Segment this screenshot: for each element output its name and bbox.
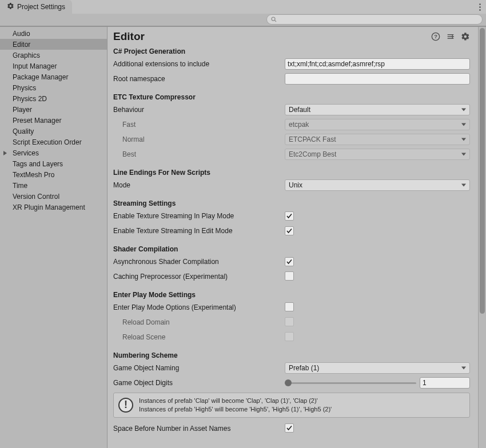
label-space-before-num: Space Before Number in Asset Names [113,425,285,433]
info-icon: ! [118,398,133,413]
input-additional-ext[interactable] [285,58,470,70]
svg-point-2 [479,9,481,11]
sidebar-item-tags-and-layers[interactable]: Tags and Layers [0,158,107,169]
window-menu-button[interactable] [473,0,486,14]
label-reload-scene: Reload Scene [113,333,285,341]
scrollbar[interactable] [478,27,486,448]
sidebar-item-editor[interactable]: Editor [0,39,107,50]
input-root-ns[interactable] [285,73,470,85]
search-input[interactable] [266,14,483,25]
label-go-naming: Game Object Naming [113,364,285,372]
checkbox-stream-edit[interactable] [285,226,294,235]
checkbox-stream-play[interactable] [285,211,294,221]
sidebar-item-label: Physics 2D [13,95,47,103]
sidebar-item-audio[interactable]: Audio [0,28,107,39]
input-go-digits[interactable] [420,377,470,389]
gear-icon [7,2,14,11]
sidebar-item-label: Editor [13,41,30,49]
section-line-endings: Line Endings For New Scripts [113,169,470,177]
sidebar-item-physics[interactable]: Physics [0,82,107,93]
sidebar-item-input-manager[interactable]: Input Manager [0,61,107,71]
info-box: ! Instances of prefab 'Clap' will become… [113,393,470,418]
chevron-right-icon [3,151,7,155]
kebab-icon [479,3,481,11]
content-panel: Editor ? C# Project Generation Additiona… [107,27,478,448]
svg-point-1 [479,6,481,8]
preset-icon[interactable] [446,32,455,41]
window-tab[interactable]: Project Settings [0,0,72,14]
scrollbar-thumb[interactable] [480,28,485,314]
svg-line-4 [274,20,276,22]
sidebar-item-physics-2d[interactable]: Physics 2D [0,93,107,104]
chevron-down-icon [461,109,466,111]
chevron-down-icon [461,138,466,141]
sidebar-item-quality[interactable]: Quality [0,126,107,137]
sidebar-item-label: Package Manager [13,73,68,81]
sidebar-item-label: Quality [13,127,34,135]
sidebar-item-label: Script Execution Order [13,138,82,146]
select-mode[interactable]: Unix [285,179,470,191]
section-streaming: Streaming Settings [113,199,470,207]
info-line-1: Instances of prefab 'Clap' will become '… [139,397,332,405]
sidebar-item-label: Tags and Layers [13,160,63,168]
label-etc-normal: Normal [113,135,285,143]
window-title: Project Settings [17,3,65,11]
section-play-mode: Enter Play Mode Settings [113,291,470,299]
label-mode: Mode [113,181,285,189]
slider-go-digits[interactable] [285,379,416,387]
label-behaviour: Behaviour [113,106,285,114]
toolbar [0,14,486,26]
chevron-down-icon [461,153,466,156]
titlebar: Project Settings [0,0,486,14]
label-etc-fast: Fast [113,121,285,129]
label-go-digits: Game Object Digits [113,379,285,387]
checkbox-space-before-num[interactable] [285,423,294,433]
sidebar-item-preset-manager[interactable]: Preset Manager [0,115,107,126]
label-reload-domain: Reload Domain [113,318,285,326]
page-title: Editor [113,30,431,43]
checkbox-reload-domain [285,317,294,326]
sidebar-item-label: XR Plugin Management [13,203,85,211]
label-additional-ext: Additional extensions to include [113,60,285,68]
sidebar-item-version-control[interactable]: Version Control [0,191,107,202]
select-etc-normal: ETCPACK Fast [285,134,470,145]
section-etc: ETC Texture Compressor [113,93,470,101]
sidebar-item-label: Version Control [13,193,59,201]
section-numbering: Numbering Scheme [113,351,470,359]
search-icon [270,16,277,23]
sidebar-item-textmesh-pro[interactable]: TextMesh Pro [0,169,107,180]
chevron-down-icon [461,123,466,126]
chevron-down-icon [461,184,466,187]
sidebar-item-label: Audio [13,30,30,38]
sidebar-item-label: Physics [13,84,36,92]
sidebar-item-xr-plugin-management[interactable]: XR Plugin Management [0,202,107,213]
sidebar-item-script-execution-order[interactable]: Script Execution Order [0,137,107,147]
label-async-shader: Asynchronous Shader Compilation [113,258,285,266]
sidebar-item-services[interactable]: Services [0,147,107,158]
help-icon[interactable]: ? [431,32,440,41]
svg-point-0 [479,3,481,5]
select-go-naming[interactable]: Prefab (1) [285,362,470,374]
checkbox-async-shader[interactable] [285,257,294,266]
sidebar-item-package-manager[interactable]: Package Manager [0,71,107,82]
label-stream-edit: Enable Texture Streaming In Edit Mode [113,227,285,235]
sidebar-item-graphics[interactable]: Graphics [0,50,107,61]
sidebar-item-time[interactable]: Time [0,180,107,191]
label-caching-preproc: Caching Preprocessor (Experimental) [113,273,285,281]
checkbox-play-options[interactable] [285,302,294,311]
settings-gear-icon[interactable] [461,32,470,41]
sidebar-item-label: Graphics [13,51,40,59]
sidebar-item-label: Player [13,106,32,114]
sidebar: AudioEditorGraphicsInput ManagerPackage … [0,27,107,448]
sidebar-item-player[interactable]: Player [0,104,107,115]
label-root-ns: Root namespace [113,75,285,83]
section-shader: Shader Compilation [113,245,470,253]
slider-knob[interactable] [285,379,292,386]
label-etc-best: Best [113,150,285,158]
sidebar-item-label: Services [13,149,39,157]
svg-point-3 [272,17,275,21]
select-behaviour[interactable]: Default [285,104,470,115]
sidebar-item-label: Time [13,182,27,190]
checkbox-caching-preproc[interactable] [285,271,294,281]
sidebar-item-label: Input Manager [13,62,57,70]
